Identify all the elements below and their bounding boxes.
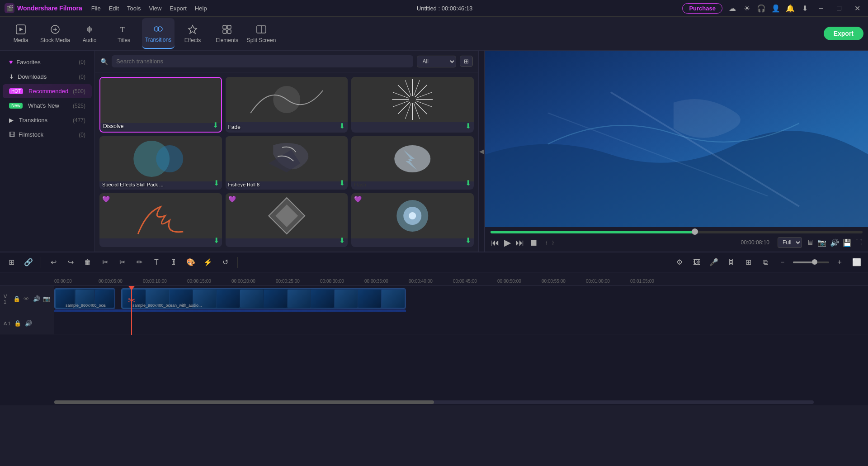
tool-stock-media[interactable]: Stock Media (39, 18, 71, 49)
progress-handle[interactable] (692, 228, 698, 235)
sun-icon[interactable]: ☀ (742, 4, 751, 13)
minimize-button[interactable]: – (815, 2, 827, 14)
filter-dropdown[interactable]: All Free Premium (417, 56, 456, 67)
delete-button[interactable]: 🗑 (81, 256, 94, 269)
cloud-icon[interactable]: ☁ (728, 4, 737, 13)
fullscreen-icon[interactable]: ⛶ (855, 238, 863, 247)
screen-size-icon[interactable]: 🖥 (807, 238, 814, 247)
download-fisheye-icon[interactable]: ⬇ (339, 179, 345, 187)
quality-select[interactable]: Full 1/2 1/4 (778, 237, 802, 248)
tool-split-screen[interactable]: Split Screen (245, 18, 278, 49)
menu-view[interactable]: View (149, 5, 161, 12)
close-button[interactable]: ✕ (851, 2, 863, 14)
transition-flash[interactable]: Flash ⬇ (351, 136, 474, 190)
motion-track-icon[interactable]: ⊞ (741, 256, 755, 269)
scrollbar-thumb[interactable] (54, 400, 434, 404)
tool-transitions[interactable]: Transitions (142, 18, 175, 49)
audio-track-content[interactable] (54, 312, 868, 334)
settings-timeline-icon[interactable]: ⚙ (673, 256, 686, 269)
track-hide-v1[interactable]: 👁 (23, 295, 30, 303)
maximize-button[interactable]: □ (833, 2, 845, 14)
headphone-icon[interactable]: 🎧 (757, 4, 766, 13)
sidebar-item-downloads[interactable]: ⬇ Downloads (0) (3, 70, 92, 84)
fast-forward-button[interactable]: ⏭ (515, 238, 524, 248)
track-lock-a1[interactable]: 🔒 (14, 319, 22, 328)
transition-special-effects[interactable]: Special Effects Skill Pack ... ⬇ (99, 136, 222, 190)
purchase-button[interactable]: Purchase (682, 3, 722, 14)
download-dissolve-icon[interactable]: ⬇ (212, 121, 218, 129)
undo-button[interactable]: ↩ (47, 256, 60, 269)
download-flash-icon[interactable]: ⬇ (465, 179, 471, 187)
add-track-button[interactable]: ⊞ (5, 256, 18, 269)
tool-media[interactable]: Media (5, 18, 37, 49)
zoom-in-icon[interactable]: ＋ (833, 256, 846, 269)
stop-button[interactable]: ⏹ (529, 238, 538, 248)
link-clip-button[interactable]: 🔗 (22, 256, 35, 269)
download-special-icon[interactable]: ⬇ (213, 179, 219, 187)
transition-geo[interactable]: 💜 ⬇ (226, 193, 348, 247)
download-starburst-icon[interactable]: ⬇ (465, 122, 471, 130)
sidebar-item-filmstock[interactable]: 🎞 Filmstock (0) (3, 128, 92, 142)
menu-edit[interactable]: Edit (109, 5, 119, 12)
download-geo-icon[interactable]: ⬇ (339, 236, 345, 245)
fit-timeline-icon[interactable]: ⬜ (850, 256, 863, 269)
split-button[interactable]: ✂ (98, 256, 112, 269)
download-icon[interactable]: ⬇ (800, 4, 809, 13)
rewind-button[interactable]: ⏮ (491, 238, 500, 248)
text-tool[interactable]: T (150, 256, 163, 269)
user-avatar[interactable]: 👤 (771, 4, 780, 13)
play-pause-button[interactable]: ▶ (504, 237, 511, 248)
video-clip-2[interactable]: sample_960x400_ocean_with_audio... (121, 288, 406, 309)
track-mute-v1[interactable]: 🔊 (33, 295, 40, 303)
video-track-content[interactable]: sample_960x400_ocean... sample_960x400_o… (54, 286, 868, 312)
sidebar-item-transitions[interactable]: ▶ Transitions (477) (3, 113, 92, 127)
export-button[interactable]: Export (824, 27, 863, 40)
reverse[interactable]: ↺ (218, 256, 232, 269)
transition-fisheye-roll[interactable]: Fisheye Roll 8 ⬇ (226, 136, 348, 190)
tool-audio[interactable]: Audio (73, 18, 106, 49)
pip-icon[interactable]: ⧉ (759, 256, 772, 269)
horizontal-scrollbar[interactable] (54, 400, 814, 404)
screenshot-icon[interactable]: 📷 (817, 238, 826, 247)
track-lock-v1[interactable]: 🔒 (13, 295, 20, 303)
menu-tools[interactable]: Tools (127, 5, 141, 12)
audio-mixer-icon[interactable]: 🎛 (724, 256, 738, 269)
pen-tool[interactable]: ✏ (132, 256, 146, 269)
track-mute-a1[interactable]: 🔊 (24, 319, 33, 328)
tool-effects[interactable]: Effects (176, 18, 209, 49)
sidebar-item-favorites[interactable]: ♥ Favorites (0) (3, 55, 92, 69)
zoom-out-icon[interactable]: － (776, 256, 789, 269)
download-fade-icon[interactable]: ⬇ (339, 122, 345, 130)
download-fire-icon[interactable]: ⬇ (213, 236, 219, 245)
sidebar-item-recommended[interactable]: HOT Recommended (500) (3, 84, 92, 98)
zoom-slider[interactable] (793, 262, 829, 263)
crop-button[interactable]: ✂ (115, 256, 129, 269)
tool-titles[interactable]: T Titles (108, 18, 140, 49)
transition-fade[interactable]: Fade ⬇ (226, 77, 348, 133)
transition-fire[interactable]: 💜 ⬇ (99, 193, 222, 247)
grid-toggle-button[interactable]: ⊞ (460, 56, 473, 67)
transition-dissolve[interactable]: Dissolve ⬇ (99, 77, 222, 133)
tool-elements[interactable]: Elements (211, 18, 243, 49)
audio-icon[interactable]: 🔊 (830, 238, 839, 247)
video-clip-1[interactable]: sample_960x400_ocean... (54, 288, 115, 309)
progress-bar[interactable] (491, 231, 863, 233)
menu-export[interactable]: Export (170, 5, 187, 12)
notifications-icon[interactable]: 🔔 (786, 4, 795, 13)
panel-collapse-button[interactable]: ◀ (478, 51, 485, 252)
menu-help[interactable]: Help (195, 5, 207, 12)
mic-icon[interactable]: 🎤 (707, 256, 721, 269)
menu-file[interactable]: File (91, 5, 101, 12)
transition-glow[interactable]: 💜 ⬇ (351, 193, 474, 247)
render-preview-icon[interactable]: 💾 (843, 238, 852, 247)
color-correct[interactable]: 🎨 (184, 256, 198, 269)
sidebar-item-whats-new[interactable]: New What's New (525) (3, 99, 92, 113)
audio-adjust[interactable]: 🎚 (167, 256, 180, 269)
download-glow-icon[interactable]: ⬇ (465, 236, 471, 245)
speed-ramp[interactable]: ⚡ (201, 256, 215, 269)
transition-starburst[interactable]: ⬇ (351, 77, 474, 133)
track-camera-v1[interactable]: 📷 (43, 295, 50, 303)
redo-button[interactable]: ↪ (64, 256, 77, 269)
search-input[interactable] (112, 55, 413, 67)
clip-thumbnail-toggle[interactable]: 🖼 (690, 256, 703, 269)
